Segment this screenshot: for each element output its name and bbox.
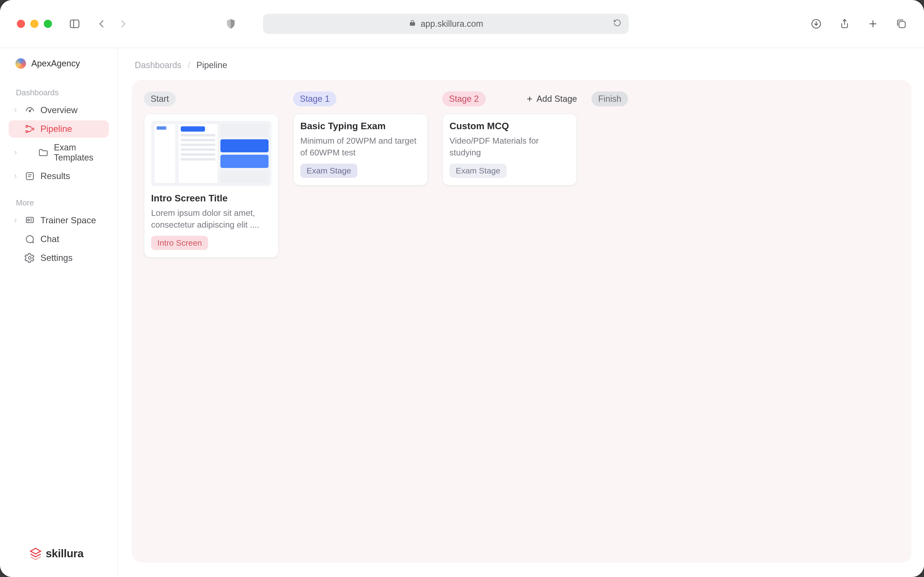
add-stage-button[interactable]: Add Stage	[526, 94, 577, 104]
lane-label-finish: Finish	[591, 92, 628, 106]
sidebar-toggle-icon[interactable]	[69, 18, 80, 30]
lane-stage-1: Stage 1 Basic Typing Exam Minimum of 20W…	[293, 92, 428, 185]
add-stage-label: Add Stage	[537, 94, 577, 104]
sidebar-item-label: Pipeline	[40, 124, 72, 134]
sidebar-item-label: Exam Templates	[54, 142, 104, 163]
nav-dashboards: Overview Pipeline	[0, 100, 118, 186]
nav-more: Trainer Space Chat	[0, 210, 118, 268]
main: Dashboards / Pipeline Start	[118, 48, 924, 577]
pipeline-board: Start	[132, 80, 911, 562]
card-title: Intro Screen Title	[151, 193, 271, 203]
svg-point-10	[26, 131, 28, 132]
app: ApexAgency Dashboards Overview	[0, 48, 924, 577]
lane-start: Start	[144, 92, 278, 258]
sidebar-item-label: Overview	[40, 105, 77, 115]
forward-icon[interactable]	[117, 18, 129, 30]
results-icon	[24, 171, 35, 181]
lock-icon	[409, 19, 416, 29]
brand-logo[interactable]: skillura	[29, 547, 84, 560]
lane-label-start: Start	[144, 92, 175, 106]
svg-rect-12	[26, 172, 33, 179]
sidebar-item-results[interactable]: Results	[9, 168, 109, 185]
chrome-right-actions	[810, 18, 907, 30]
section-label-more: More	[0, 186, 118, 210]
svg-point-17	[29, 257, 31, 259]
sidebar-item-overview[interactable]: Overview	[9, 102, 109, 119]
share-icon[interactable]	[839, 18, 850, 30]
reload-icon[interactable]	[613, 19, 621, 29]
breadcrumb-root[interactable]: Dashboards	[135, 60, 182, 70]
card-title: Basic Typing Exam	[300, 121, 421, 131]
lanes: Start	[144, 92, 900, 258]
url-text: app.skillura.com	[421, 19, 483, 29]
lane-stage-2: Stage 2 Add Stage Custom MCQ Video/PDF M…	[442, 92, 577, 185]
tabs-overview-icon[interactable]	[896, 18, 907, 30]
sidebar-item-chat[interactable]: Chat	[9, 230, 109, 248]
card-tag: Exam Stage	[449, 164, 507, 178]
gauge-icon	[24, 105, 35, 116]
folder-icon	[38, 147, 48, 158]
svg-point-11	[32, 128, 34, 130]
chevron-right-icon[interactable]	[11, 216, 19, 224]
card-custom-mcq[interactable]: Custom MCQ Video/PDF Materials for study…	[442, 114, 577, 185]
privacy-shield-icon[interactable]	[225, 18, 237, 30]
browser-chrome: app.skillura.com	[0, 0, 924, 48]
trainer-icon	[24, 215, 35, 226]
browser-window: app.skillura.com ApexAge	[0, 0, 924, 577]
breadcrumb-current: Pipeline	[196, 60, 227, 70]
card-thumbnail	[151, 121, 271, 186]
svg-point-16	[28, 219, 29, 221]
lane-finish: Finish	[591, 92, 628, 106]
window-zoom-button[interactable]	[44, 20, 52, 28]
chat-icon	[24, 234, 35, 245]
breadcrumb-separator: /	[188, 60, 190, 70]
chevron-right-icon[interactable]	[11, 149, 19, 156]
svg-rect-0	[70, 20, 79, 28]
window-close-button[interactable]	[17, 20, 25, 28]
pipeline-icon	[24, 124, 35, 134]
breadcrumb: Dashboards / Pipeline	[132, 58, 911, 80]
card-tag: Intro Screen	[151, 236, 208, 250]
card-intro-screen[interactable]: Intro Screen Title Lorem ipsum dolor sit…	[144, 114, 278, 258]
card-tag: Exam Stage	[300, 164, 357, 178]
back-icon[interactable]	[96, 18, 108, 30]
svg-point-8	[29, 110, 31, 112]
sidebar-item-label: Trainer Space	[40, 215, 96, 226]
url-bar[interactable]: app.skillura.com	[263, 14, 629, 34]
sidebar-item-exam-templates[interactable]: Exam Templates	[9, 139, 109, 166]
nav-arrows	[96, 18, 129, 30]
chevron-right-icon[interactable]	[11, 106, 19, 114]
sidebar: ApexAgency Dashboards Overview	[0, 48, 118, 577]
sidebar-item-label: Results	[40, 171, 70, 181]
brand-name: skillura	[46, 547, 84, 560]
sidebar-item-pipeline[interactable]: Pipeline	[9, 120, 109, 138]
card-description: Lorem ipsum dolor sit amet, consectetur …	[151, 207, 271, 230]
sidebar-item-label: Chat	[40, 234, 59, 244]
svg-point-9	[26, 126, 28, 127]
card-description: Video/PDF Materials for studying	[449, 135, 570, 158]
lane-label-stage-1: Stage 1	[293, 92, 336, 106]
svg-rect-6	[899, 21, 905, 28]
chevron-right-icon[interactable]	[11, 172, 19, 180]
card-title: Custom MCQ	[449, 121, 570, 131]
workspace-name: ApexAgency	[31, 58, 80, 69]
section-label-dashboards: Dashboards	[0, 76, 118, 100]
card-basic-typing-exam[interactable]: Basic Typing Exam Minimum of 20WPM and t…	[293, 114, 428, 185]
workspace-avatar	[15, 58, 26, 69]
new-tab-icon[interactable]	[867, 18, 879, 30]
lane-label-stage-2: Stage 2	[442, 92, 486, 106]
plus-icon	[526, 95, 534, 103]
gear-icon	[24, 253, 35, 263]
sidebar-item-settings[interactable]: Settings	[9, 249, 109, 267]
sidebar-footer: skillura	[0, 532, 118, 577]
window-minimize-button[interactable]	[30, 20, 39, 28]
sidebar-item-label: Settings	[40, 253, 72, 263]
sidebar-item-trainer-space[interactable]: Trainer Space	[9, 212, 109, 229]
workspace-switcher[interactable]: ApexAgency	[0, 56, 118, 76]
card-description: Minimum of 20WPM and target of 60WPM tes…	[300, 135, 421, 158]
downloads-icon[interactable]	[810, 18, 822, 30]
traffic-lights	[17, 20, 52, 28]
